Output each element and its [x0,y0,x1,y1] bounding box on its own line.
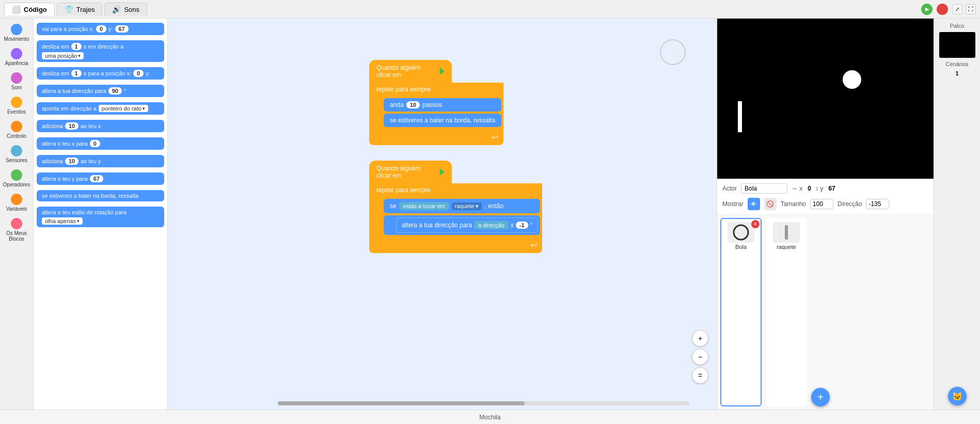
sidebar-item-eventos[interactable]: Eventos [2,95,31,117]
mostrar-label: Mostrar [722,200,744,208]
block-desliza-posicao[interactable]: desliza em 1 s para a posição x: 0 y: [37,67,164,80]
add-backdrop-button[interactable]: 🐱 [948,387,967,405]
sidebar-item-variaveis[interactable]: Variáveis [2,192,31,214]
block-aponta-direccao[interactable]: aponta em direcção a ponteiro do rato [37,102,164,115]
sidebar-item-aparencia[interactable]: Aparência [2,46,31,68]
block-vai-para-posicao[interactable]: vai para a posição x: 0 y: 67 [37,23,164,35]
hat-block-2[interactable]: Quando alguém clicar em [369,161,452,183]
mult-val: -1 [516,222,528,229]
borda-block-1[interactable]: se estiveres a bater na borda, ressalta [384,114,501,127]
sprite-item-bola[interactable]: ✕ Bola [720,218,762,406]
expand-stage-button[interactable]: ⤢ [952,4,962,14]
zoom-out-button[interactable]: − [692,349,708,365]
zoom-in-button[interactable]: + [692,330,708,347]
actor-name-row: Actor ↔ x 0 ↕ y 67 [722,183,928,194]
eye-hidden-icon: 🚫 [766,200,774,208]
eventos-dot [11,97,22,108]
hat-block-1[interactable]: Quando alguém clicar em [369,60,452,83]
tab-trajes[interactable]: 👕 Trajes [57,3,103,15]
sidebar-item-aparencia-label: Aparência [5,60,28,66]
block-estilo-rotacao[interactable]: altera o teu estilo de rotação para olha… [37,207,164,227]
operadores-dot [11,169,22,181]
sprite-thumb-bola [728,222,754,243]
stage-ball [843,70,861,89]
block-desliza-direccao[interactable]: desliza em 1 s em direcção a uma posição [37,40,164,62]
palco-thumbnail[interactable] [939,32,975,58]
sidebar-item-controlo[interactable]: Controlo [2,119,31,141]
anda-block[interactable]: anda 10 passos [384,98,501,112]
sensores-dot [11,145,22,156]
top-tab-bar: ⬜ Código 👕 Trajes 🔊 Sons ⤢ ⛶ [0,0,980,19]
script-canvas[interactable]: Quando alguém clicar em repete para semp… [168,19,717,410]
loop-bottom-2: ↩ [369,237,542,253]
actor-x-value: 0 [808,185,811,192]
som-dot [11,72,22,84]
block-altera-y[interactable]: altera o teu y para 67 [37,172,164,185]
y-icon: ↕ y [815,185,823,192]
tamanho-input[interactable] [810,199,833,209]
direccao-block[interactable]: altera a tua direcção para a direcção x … [396,217,538,233]
tab-sons[interactable]: 🔊 Sons [104,3,147,15]
sidebar-item-operadores[interactable]: Operadores [2,167,31,190]
block-altera-x[interactable]: altera o teu x para 0 [37,137,164,150]
sidebar-item-sensores-label: Sensores [6,158,27,163]
actor-name-input[interactable] [741,183,787,194]
sidebar-item-controlo-label: Controlo [7,133,26,139]
actor-controls-row: Mostrar 👁 🚫 Tamanho Direcção [722,198,928,210]
sidebar-item-som[interactable]: Som [2,70,31,92]
right-panel: Palco Cenários 1 🐱 [934,19,980,410]
script-group-1: Quando alguém clicar em repete para semp… [369,60,503,145]
loop-block-1[interactable]: repete para sempre [369,83,503,96]
actor-info: Actor ↔ x 0 ↕ y 67 Mostrar 👁 🚫 Tamanho D… [717,179,934,214]
add-sprite-button[interactable]: + [811,388,830,406]
main-area: Movimento Aparência Som Eventos Controlo… [0,19,980,410]
stage-paddle [738,101,742,132]
tamanho-label: Tamanho [781,200,806,208]
svg-rect-1 [785,225,788,240]
eye-visible-icon: 👁 [750,200,757,208]
stage-canvas [717,19,934,179]
direccao-input[interactable] [866,199,889,209]
se-block[interactable]: se estás a tocar em raquete ▾ , então [384,199,540,213]
controlo-dot [11,121,22,132]
sidebar-item-operadores-label: Operadores [3,182,30,187]
tab-codigo[interactable]: ⬜ Código [4,3,55,15]
sidebar-item-som-label: Som [11,85,22,90]
cat-icon: 🐱 [952,391,962,401]
movimento-dot [11,24,22,35]
horizontal-scrollbar[interactable] [278,401,689,405]
actor-label: Actor [722,185,737,192]
loop-block-2[interactable]: repete para sempre [369,183,542,197]
sidebar-item-movimento-label: Movimento [4,36,29,42]
sprite-delete-bola[interactable]: ✕ [751,220,760,228]
green-flag-button[interactable] [921,4,932,15]
block-adiciona-x[interactable]: adiciona 10 ao teu x [37,120,164,132]
sidebar-item-meus-blocos[interactable]: Os Meus Blocos [2,216,31,244]
block-altera-direccao[interactable]: altera a tua direcção para 90 ° [37,85,164,97]
sprite-item-raquete[interactable]: raquete [766,218,807,406]
actor-y-value: 67 [828,185,835,192]
visible-button[interactable]: 👁 [748,198,760,210]
sidebar-item-eventos-label: Eventos [7,109,26,115]
hat-text-2: Quando alguém clicar em [376,165,435,179]
green-flag-hat-2 [438,168,445,176]
stop-button[interactable] [937,4,948,15]
sidebar-item-movimento[interactable]: Movimento [2,22,31,44]
category-sidebar: Movimento Aparência Som Eventos Controlo… [0,19,34,410]
raquete-dropdown[interactable]: raquete ▾ [452,202,482,210]
sons-icon: 🔊 [112,5,121,13]
script-circle-handle [660,39,686,65]
sidebar-item-sensores[interactable]: Sensores [2,143,31,165]
block-adiciona-y[interactable]: adiciona 10 ao teu y [37,155,164,167]
hidden-button[interactable]: 🚫 [764,198,777,210]
fullscreen-button[interactable]: ⛶ [966,4,976,14]
code-icon: ⬜ [12,5,21,13]
direccao-val: a direcção [474,221,509,229]
sprites-tray: ✕ Bola raquete + [717,214,934,410]
cenarios-label: Cenários [945,61,968,67]
zoom-reset-button[interactable]: = [692,367,708,384]
sprite-thumb-raquete [773,222,800,243]
tab-trajes-label: Trajes [76,6,95,13]
loop-inner-1: anda 10 passos se estiveres a bater na b… [369,96,503,129]
block-bater-borda[interactable]: se estiveres a bater na borda, ressalta [37,190,164,201]
